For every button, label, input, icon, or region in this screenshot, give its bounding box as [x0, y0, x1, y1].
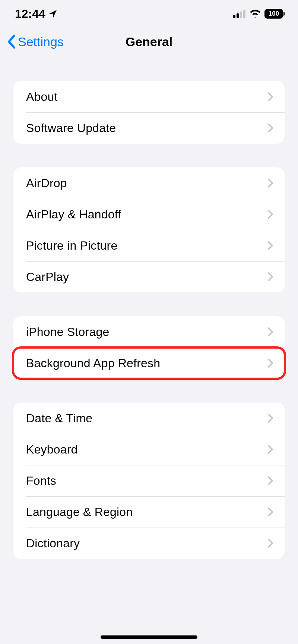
row-keyboard[interactable]: Keyboard [13, 434, 285, 465]
row-software-update[interactable]: Software Update [13, 112, 285, 144]
status-right: 100 [233, 9, 285, 19]
chevron-right-icon [267, 209, 273, 219]
svg-rect-3 [243, 10, 245, 18]
back-label: Settings [18, 35, 64, 49]
row-label: Language & Region [26, 505, 133, 519]
row-label: Picture in Picture [26, 239, 117, 253]
settings-group-3: iPhone Storage Background App Refresh [13, 316, 285, 379]
row-fonts[interactable]: Fonts [13, 465, 285, 496]
row-label: AirPlay & Handoff [26, 208, 121, 221]
row-date-time[interactable]: Date & Time [13, 403, 285, 434]
chevron-right-icon [267, 538, 273, 548]
row-airdrop[interactable]: AirDrop [13, 167, 285, 199]
row-iphone-storage[interactable]: iPhone Storage [13, 316, 285, 347]
wifi-icon [250, 10, 261, 18]
settings-group-2: AirDrop AirPlay & Handoff Picture in Pic… [13, 167, 285, 292]
settings-content: About Software Update AirDrop AirPlay & … [0, 81, 298, 559]
row-background-app-refresh[interactable]: Background App Refresh [13, 347, 285, 379]
row-about[interactable]: About [13, 81, 285, 112]
cellular-signal-icon [233, 10, 246, 18]
row-picture-in-picture[interactable]: Picture in Picture [13, 230, 285, 261]
row-carplay[interactable]: CarPlay [13, 261, 285, 292]
row-label: Background App Refresh [26, 356, 160, 370]
row-label: Fonts [26, 474, 56, 488]
navigation-bar: Settings General [0, 25, 298, 58]
svg-rect-2 [240, 12, 242, 18]
chevron-right-icon [267, 178, 273, 188]
location-icon [48, 9, 57, 18]
row-label: Software Update [26, 121, 116, 135]
svg-rect-1 [237, 13, 239, 18]
home-indicator[interactable] [101, 635, 197, 639]
row-label: Date & Time [26, 411, 92, 425]
chevron-right-icon [267, 413, 273, 423]
status-time: 12:44 [15, 7, 45, 21]
chevron-right-icon [267, 327, 273, 337]
row-label: iPhone Storage [26, 325, 109, 339]
chevron-right-icon [267, 241, 273, 250]
row-language-region[interactable]: Language & Region [13, 496, 285, 528]
battery-level: 100 [264, 9, 283, 19]
chevron-right-icon [267, 123, 273, 133]
row-label: Keyboard [26, 443, 78, 456]
status-left: 12:44 [15, 7, 57, 21]
row-label: About [26, 90, 58, 104]
row-label: AirDrop [26, 176, 67, 190]
chevron-right-icon [267, 445, 273, 454]
settings-group-1: About Software Update [13, 81, 285, 144]
chevron-right-icon [267, 92, 273, 102]
row-label: Dictionary [26, 536, 80, 550]
svg-rect-0 [233, 15, 235, 18]
row-airplay-handoff[interactable]: AirPlay & Handoff [13, 199, 285, 230]
chevron-right-icon [267, 476, 273, 486]
chevron-right-icon [267, 272, 273, 282]
chevron-right-icon [267, 507, 273, 517]
status-bar: 12:44 100 [0, 0, 298, 22]
chevron-left-icon [7, 35, 16, 49]
row-dictionary[interactable]: Dictionary [13, 528, 285, 559]
chevron-right-icon [267, 358, 273, 368]
battery-icon: 100 [264, 9, 285, 19]
row-label: CarPlay [26, 270, 69, 284]
back-button[interactable]: Settings [7, 35, 64, 49]
settings-group-4: Date & Time Keyboard Fonts Language & Re… [13, 403, 285, 559]
